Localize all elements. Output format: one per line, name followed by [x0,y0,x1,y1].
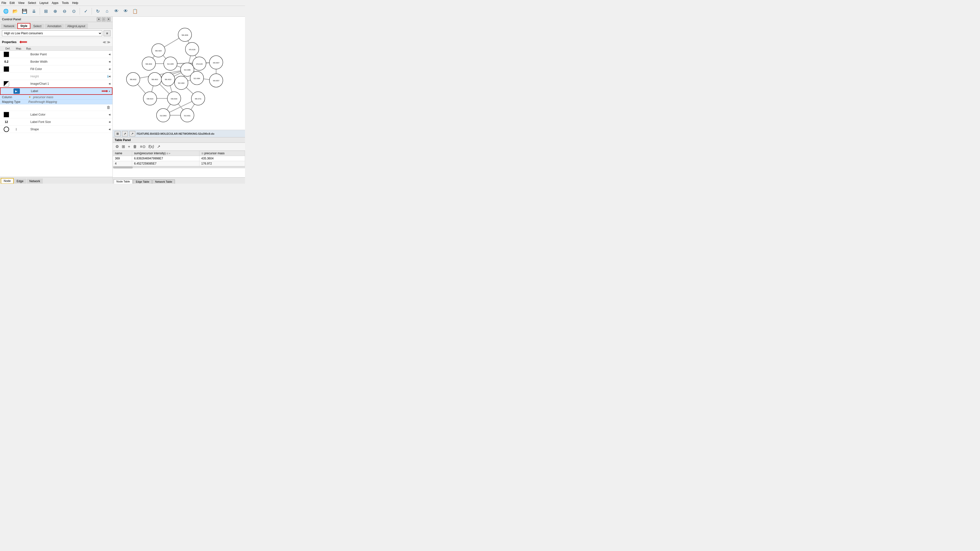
network-node-n6[interactable]: 478.4109 [192,57,206,70]
home-btn[interactable]: ⌂ [103,7,111,15]
node-label: 478.4109 [196,63,203,65]
copy-btn[interactable]: 📋 [131,7,139,15]
zoom-out-btn[interactable]: ⊖ [60,7,68,15]
image-chart-swatch[interactable] [4,81,9,86]
network-node-n3[interactable]: 478.4109 [186,42,199,56]
network-node-n15[interactable]: 538.4319 [143,92,157,105]
table-filter-btn[interactable]: ≡⊙ [139,144,146,149]
bottom-tab-node[interactable]: Node [1,178,13,184]
tab-style[interactable]: Style [18,23,30,29]
table-settings-btn[interactable]: ⚙ [115,144,119,149]
border-width-def[interactable]: 0.2 [1,60,12,64]
import-network-btn[interactable]: ⇊ [30,7,38,15]
style-menu-button[interactable]: ≡ [103,30,110,36]
network-node-n10[interactable]: 566.4813 [148,73,161,86]
check-btn[interactable]: ✓ [82,7,90,15]
bottom-tab-edge[interactable]: Edge [14,178,26,184]
table-tab-edge-table[interactable]: Edge Table [133,179,152,184]
label-color-def[interactable] [1,112,12,117]
col-intensity-header[interactable]: sum(precursor intensity) ⊞ ▾ [132,151,199,156]
table-bottom-tabs: Node TableEdge TableNetwork Table [113,177,245,184]
fill-color-arrow[interactable]: ◀ [108,68,111,70]
network-node-n2[interactable]: 566.4625 [152,44,165,57]
eye-slash-btn[interactable]: 👁 [113,7,120,15]
expand-all-btn[interactable]: ≫ [107,40,110,44]
grid-view-btn[interactable]: ⊞ [115,131,121,137]
label-mapped-icon[interactable]: ▶: [13,88,20,94]
table-add-btn[interactable]: + [127,144,131,149]
network-node-n12[interactable]: 522.4362 [175,76,188,90]
label-font-size-def[interactable]: 12 [1,120,12,124]
zoom-in-btn[interactable]: ⊕ [51,7,59,15]
cytoscape-logo-btn[interactable]: 🌐 [2,7,10,15]
network-node-n9[interactable]: 566.4632 [126,73,140,86]
image-chart-arrow[interactable]: ◀ [108,82,111,85]
table-formula-btn[interactable]: f(x) [148,144,155,149]
border-paint-def[interactable] [1,52,12,57]
share-btn[interactable]: ⇗ [122,131,128,137]
label-map[interactable]: ▶: [12,88,21,94]
open-folder-btn[interactable]: 📂 [11,7,19,15]
shape-circle[interactable] [4,127,9,132]
shape-map[interactable]: ⁞ [12,127,21,131]
tab-allegrolayout[interactable]: AllegroLayout [64,24,88,29]
collapse-all-btn[interactable]: ≪ [103,40,106,44]
save-btn[interactable]: 💾 [21,7,29,15]
label-arrow[interactable]: ▾ [109,90,111,92]
panel-float-btn[interactable]: □ [102,17,106,21]
table-delete-btn[interactable]: 🗑 [132,144,138,149]
menu-item-apps[interactable]: Apps [52,1,58,5]
border-paint-arrow[interactable]: ◀ [108,53,111,56]
tab-annotation[interactable]: Annotation [45,24,64,29]
height-arrow[interactable]: ◀ [108,75,111,78]
menu-item-help[interactable]: Help [72,1,78,5]
tab-network[interactable]: Network [1,24,17,29]
network-node-n8[interactable]: 494.4007 [210,56,223,69]
col-name-header[interactable]: name [113,151,132,156]
panel-dropdown-btn[interactable]: ▾ [97,17,101,21]
menu-item-file[interactable]: File [2,1,6,5]
delete-mapping-btn[interactable]: 🗑 [107,105,110,110]
network-node-n18[interactable]: 510.3993 [157,108,170,122]
network-node-n19[interactable]: 510.4001 [181,108,194,122]
network-node-n13[interactable]: 522.4364 [190,71,204,85]
style-preset-select[interactable]: High vs Low Plant consumers [2,30,102,36]
refresh-btn[interactable]: ↻ [94,7,102,15]
label-color-swatch[interactable] [4,112,9,117]
label-color-arrow[interactable]: ◀ [108,113,111,116]
col-precursor-header[interactable]: ⊞ precursor mass [199,151,245,156]
network-node-n11[interactable]: 566.4619 [161,73,175,86]
network-node-n14[interactable]: 494.4057 [210,74,223,87]
table-hscrollbar[interactable] [113,166,245,168]
bottom-tab-network[interactable]: Network [27,178,43,184]
menu-item-tools[interactable]: Tools [62,1,69,5]
network-canvas[interactable]: 566.4638566.4625478.4109566.4633522.4355… [113,17,245,130]
fit-screen-btn[interactable]: ⊙ [70,7,78,15]
panel-close-btn[interactable]: ✕ [107,17,110,21]
border-paint-swatch[interactable] [4,52,9,57]
table-columns-btn[interactable]: ⊞ [121,144,126,149]
network-node-n1[interactable]: 566.4638 [178,28,192,41]
network-node-n16[interactable]: 538.4334 [167,92,181,105]
table-export-btn[interactable]: ↗ [156,144,161,149]
export-btn[interactable]: ↗ [129,131,135,137]
border-width-arrow[interactable]: ◀ [108,60,111,63]
table-tab-node-table[interactable]: Node Table [114,179,132,184]
network-node-n5[interactable]: 522.4355 [164,57,177,70]
fill-color-def[interactable] [1,67,12,72]
image-chart-def[interactable] [1,81,12,86]
menu-item-edit[interactable]: Edit [10,1,15,5]
table-tab-network-table[interactable]: Network Table [153,179,175,184]
menu-item-layout[interactable]: Layout [40,1,48,5]
shape-arrow[interactable]: ◀ [108,128,111,130]
shape-def[interactable] [1,127,12,132]
network-node-n4[interactable]: 566.4633 [142,57,156,70]
tab-select[interactable]: Select [30,24,44,29]
menu-item-select[interactable]: Select [28,1,36,5]
import-table-btn[interactable]: ⊞ [42,7,50,15]
menu-item-view[interactable]: View [18,1,24,5]
fill-color-swatch[interactable] [4,67,9,72]
label-font-size-arrow[interactable]: ◀ [108,121,111,123]
network-node-n17[interactable]: 466.3731 [191,92,205,105]
eye-btn[interactable]: 👁 [122,7,130,15]
